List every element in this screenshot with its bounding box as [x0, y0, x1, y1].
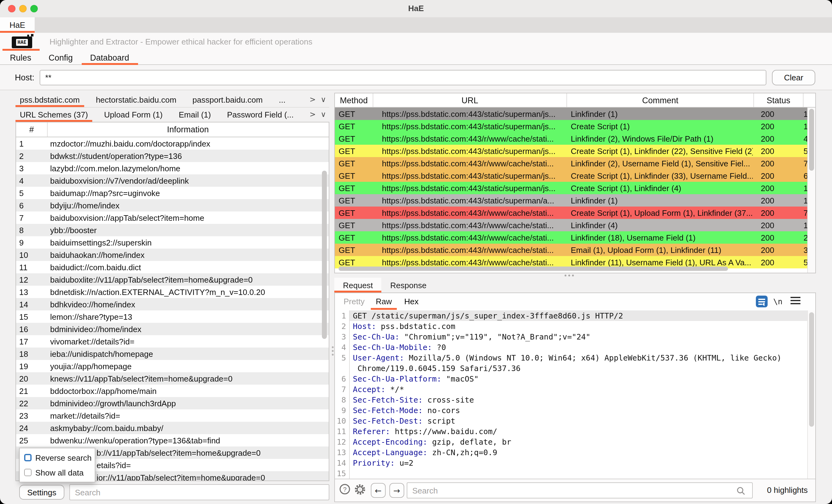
table-row[interactable]: 3lazybd://com.melon.lazymelon/home	[16, 162, 329, 174]
clear-button[interactable]: Clear	[772, 70, 815, 85]
result-row[interactable]: GEThttps://pss.bdstatic.com:443/static/s…	[335, 194, 808, 206]
reverse-search-checkbox[interactable]	[24, 454, 32, 461]
table-row[interactable]: 21bddoctorbox://app/home/main	[16, 385, 329, 397]
help-icon[interactable]: ?	[339, 484, 350, 495]
cell-status: 200	[761, 257, 774, 267]
left-search-input[interactable]	[69, 484, 329, 500]
vertical-splitter-handle[interactable]	[331, 344, 334, 358]
field-tabs-dropdown-icon[interactable]: ∨	[321, 110, 326, 119]
result-row[interactable]: GEThttps://pss.bdstatic.com:443/r/www/ca…	[335, 206, 808, 219]
viewer-menu-icon[interactable]	[790, 296, 800, 305]
search-settings-gear-icon[interactable]	[354, 484, 366, 495]
cell-url: https://pss.bdstatic.com:443/static/supe…	[382, 146, 565, 156]
host-tab-0[interactable]: pss.bdstatic.com	[16, 93, 84, 107]
next-match-button[interactable]: →	[389, 483, 404, 498]
cell-comment: Create Script (1), Linkfinder (4)	[571, 184, 753, 193]
result-row[interactable]: GEThttps://pss.bdstatic.com:443/r/www/ca…	[335, 219, 808, 231]
table-row[interactable]: 2bdwkst://student/operation?type=136	[16, 150, 329, 162]
tab-request[interactable]: Request	[334, 278, 382, 292]
request-line: 8Sec-Fetch-Site: cross-site	[335, 395, 808, 405]
table-row[interactable]: 24askmybaby://com.baidu.mbaby/	[16, 422, 329, 434]
result-row[interactable]: GEThttps://pss.bdstatic.com:443/static/s…	[335, 182, 808, 194]
table-row[interactable]: 16bdminivideo://home/index	[16, 323, 329, 335]
table-row[interactable]: 4baiduboxvision://v7/vendor/ad/deeplink	[16, 174, 329, 187]
host-tab-3[interactable]: ...	[275, 93, 290, 107]
column-header-status[interactable]: Status	[754, 93, 804, 107]
table-row[interactable]: 8ybb://booster	[16, 224, 329, 236]
result-row[interactable]: GEThttps://pss.bdstatic.com:443/r/www/ca…	[335, 244, 808, 256]
table-row[interactable]: 10baiduhaokan://home/index	[16, 249, 329, 261]
row-number: 18	[16, 349, 47, 358]
result-row[interactable]: GEThttps://pss.bdstatic.com:443/r/www/ca…	[335, 157, 808, 169]
information-table-scrollbar[interactable]	[322, 171, 327, 339]
nav-tab-databoard[interactable]: Databoard	[81, 51, 138, 64]
table-row[interactable]: 25bdwenku://wenku/operation?type=136&tab…	[16, 434, 329, 447]
show-all-data-option[interactable]: Show all data	[24, 468, 84, 477]
show-all-data-checkbox[interactable]	[24, 469, 32, 476]
table-row[interactable]: 23market://details?id=	[16, 410, 329, 422]
horizontal-splitter-handle[interactable]	[562, 273, 576, 277]
host-tab-2[interactable]: passport.baidu.com	[188, 93, 267, 107]
table-row[interactable]: 22bdminivideo://growth/launch3rdApp	[16, 397, 329, 410]
column-header-method[interactable]: Method	[335, 93, 373, 107]
cell-comment: Linkfinder (18), Username Field (1)	[571, 233, 753, 242]
table-row[interactable]: 1mzdoctor://muzhi.baidu.com/doctorapp/in…	[16, 137, 329, 150]
table-row[interactable]: 9baiduimsettings2://superskin	[16, 236, 329, 249]
host-input[interactable]	[40, 70, 766, 85]
table-row[interactable]: 6bdyiju://home/index	[16, 199, 329, 212]
mode-pretty[interactable]: Pretty	[339, 293, 369, 310]
column-header-num[interactable]: #	[16, 122, 48, 137]
table-row[interactable]: 18ieba://unidispatch/homepage	[16, 347, 329, 360]
field-tabs-scroll-right-icon[interactable]: >	[310, 110, 316, 119]
table-row[interactable]: 19youjia://app/homepage	[16, 360, 329, 372]
table-row[interactable]: 5baidumap://map?src=uginvoke	[16, 187, 329, 199]
result-row[interactable]: GEThttps://pss.bdstatic.com:443/static/s…	[335, 108, 808, 120]
results-hscroll-thumb[interactable]	[339, 267, 728, 271]
table-row[interactable]: 12baiduboxlite://v11/appTab/select?item=…	[16, 273, 329, 286]
host-tabs-dropdown-icon[interactable]: ∨	[321, 95, 326, 104]
table-row[interactable]: 20knews://v11/appTab/select?item=home&up…	[16, 372, 329, 385]
table-row[interactable]: 15lemon://share?type=13	[16, 310, 329, 323]
nav-tab-config[interactable]: Config	[40, 51, 81, 64]
left-settings-button[interactable]: Settings	[19, 485, 64, 500]
cell-status: 200	[761, 159, 774, 168]
table-row[interactable]: 14bdhkvideo://home/index	[16, 298, 329, 310]
editor-vscroll-thumb[interactable]	[809, 312, 814, 427]
reverse-search-option[interactable]: Reverse search	[24, 453, 92, 463]
column-header-comment[interactable]: Comment	[567, 93, 754, 107]
tab-response[interactable]: Response	[382, 278, 435, 292]
column-header-information[interactable]: Information	[47, 122, 329, 137]
mode-raw[interactable]: Raw	[371, 293, 397, 310]
host-tab-1[interactable]: hectorstatic.baidu.com	[92, 93, 181, 107]
request-editor[interactable]: 1GET /static/superman/js/s_super_index-3…	[335, 310, 808, 480]
field-tab-1[interactable]: Upload Form (1)	[100, 108, 167, 122]
result-row[interactable]: GEThttps://pss.bdstatic.com:443/r/www/ca…	[335, 132, 808, 145]
results-vscroll-thumb[interactable]	[809, 109, 814, 171]
nav-tab-rules[interactable]: Rules	[1, 51, 40, 64]
mode-hex[interactable]: Hex	[399, 293, 423, 310]
table-row[interactable]: 11baidudict://com.baidu.dict	[16, 261, 329, 273]
row-information: knews://v11/appTab/select?item=home&upgr…	[47, 374, 232, 383]
result-row[interactable]: GEThttps://pss.bdstatic.com:443/static/s…	[335, 120, 808, 132]
previous-match-button[interactable]: ←	[371, 483, 386, 498]
result-row[interactable]: GEThttps://pss.bdstatic.com:443/static/s…	[335, 169, 808, 182]
request-line: 4Sec-Ch-Ua-Mobile: ?0	[335, 342, 808, 353]
cell-url: https://pss.bdstatic.com:443/static/supe…	[382, 196, 565, 205]
field-tab-3[interactable]: Password Field (...	[223, 108, 298, 122]
host-tabs-scroll-right-icon[interactable]: >	[310, 95, 316, 104]
row-information: bdminivideo://home/index	[47, 324, 141, 334]
row-information: baiduboxlite://v11/appTab/select?item=ho…	[47, 275, 253, 284]
word-wrap-toggle-icon[interactable]	[756, 296, 768, 307]
table-row[interactable]: 7baiduboxvision://appTab/select?item=hom…	[16, 212, 329, 224]
column-header-url[interactable]: URL	[373, 93, 567, 107]
viewer-search-input[interactable]	[407, 482, 753, 499]
result-row[interactable]: GEThttps://pss.bdstatic.com:443/r/www/ca…	[335, 231, 808, 244]
tab-hae[interactable]: HaE	[0, 17, 35, 33]
field-tab-2[interactable]: Email (1)	[174, 108, 215, 122]
table-row[interactable]: 13bdnetdisk://n/action.EXTERNAL_ACTIVITY…	[16, 286, 329, 298]
field-tab-0[interactable]: URL Schemes (37)	[16, 108, 92, 122]
show-newlines-icon[interactable]: \n	[773, 297, 782, 306]
table-row[interactable]: 17vivomarket://details?id=	[16, 335, 329, 347]
header-value: ?0	[432, 343, 446, 352]
result-row[interactable]: GEThttps://pss.bdstatic.com:443/static/s…	[335, 145, 808, 157]
